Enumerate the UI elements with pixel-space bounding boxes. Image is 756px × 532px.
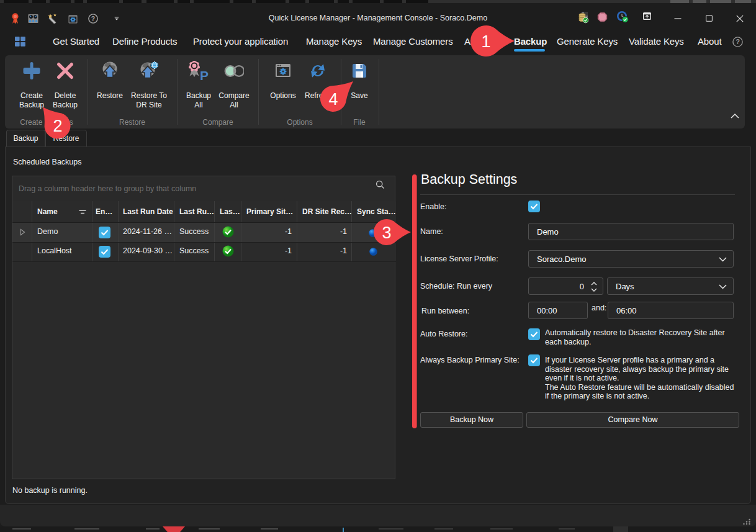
svg-text:4: 4 [328, 90, 338, 109]
svg-text:1: 1 [481, 32, 490, 51]
svg-text:3: 3 [382, 223, 391, 242]
svg-text:2: 2 [53, 117, 62, 135]
